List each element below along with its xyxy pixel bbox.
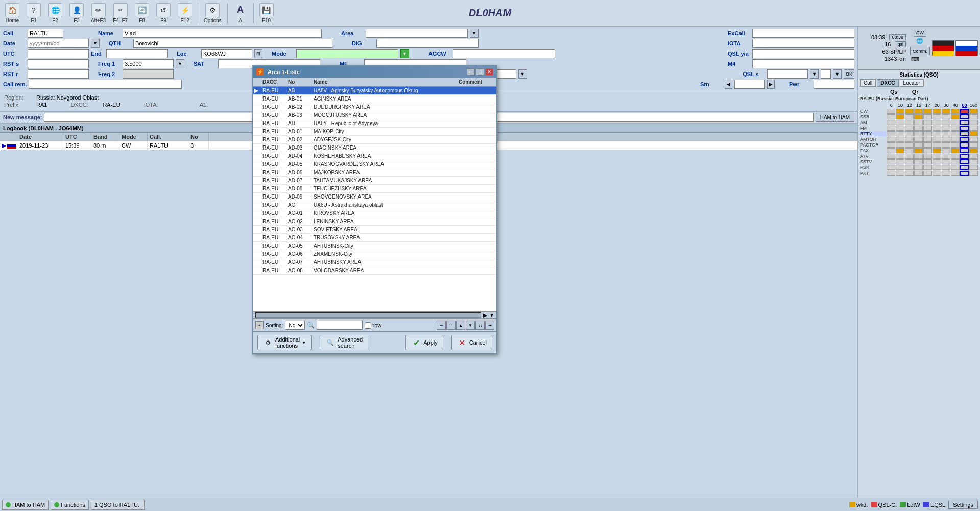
band-cell[interactable] xyxy=(951,148,960,153)
band-cell[interactable] xyxy=(905,109,914,114)
dialog-list-item[interactable]: RA-EU AO-07 AHTUBINSKY AREA xyxy=(253,258,496,266)
band-cell[interactable] xyxy=(905,120,914,125)
band-cell[interactable] xyxy=(933,126,941,131)
area-input[interactable] xyxy=(366,29,468,38)
dialog-list-item[interactable]: RA-EU AO-04 TRUSOVSKY AREA xyxy=(253,234,496,242)
band-cell[interactable] xyxy=(951,159,960,164)
menu-f9[interactable]: ↺ F9 xyxy=(153,2,174,25)
band-cell[interactable] xyxy=(923,154,932,159)
dialog-list-item[interactable]: RA-EU AO-01 KIROVSKY AREA xyxy=(253,209,496,217)
menu-f4f7[interactable]: ✑ F4_F7 xyxy=(110,2,131,25)
band-cell[interactable] xyxy=(942,154,950,159)
comm-button[interactable]: Comm. xyxy=(910,47,930,55)
dialog-list-item[interactable]: RA-EU AB-02 DUL'DURGINSKY AREA xyxy=(253,103,496,111)
stn-prev[interactable]: ◀ xyxy=(725,80,732,89)
qsls-dropdown[interactable]: ▼ xyxy=(810,69,819,79)
band-cell[interactable] xyxy=(896,165,904,170)
rsts-input[interactable] xyxy=(28,59,89,68)
iota-input[interactable] xyxy=(752,39,854,48)
band-cell[interactable] xyxy=(942,159,950,164)
band-cell[interactable] xyxy=(896,137,904,142)
band-cell[interactable] xyxy=(933,165,941,170)
dialog-list-item[interactable]: RA-EU AD-09 SHOVGENOVSKY AREA xyxy=(253,193,496,201)
band-cell[interactable] xyxy=(923,131,932,136)
band-cell[interactable] xyxy=(960,126,969,131)
band-cell[interactable] xyxy=(951,120,960,125)
band-cell[interactable] xyxy=(960,171,969,176)
band-cell[interactable] xyxy=(887,120,895,125)
band-cell[interactable] xyxy=(887,159,895,164)
band-cell[interactable] xyxy=(887,131,895,136)
band-cell[interactable] xyxy=(933,171,941,176)
band-cell[interactable] xyxy=(905,142,914,148)
band-cell[interactable] xyxy=(942,171,950,176)
band-cell[interactable] xyxy=(933,131,941,136)
band-cell[interactable] xyxy=(942,109,950,114)
band-cell[interactable] xyxy=(905,137,914,142)
band-cell[interactable] xyxy=(887,109,895,114)
dialog-list-item[interactable]: RA-EU AD-06 MAJKOPSKY AREA xyxy=(253,168,496,177)
band-cell[interactable] xyxy=(933,120,941,125)
band-cell[interactable] xyxy=(887,154,895,159)
band-cell[interactable] xyxy=(896,148,904,153)
dialog-list-item[interactable]: RA-EU AO-06 ZNAMENSK-City xyxy=(253,250,496,258)
band-cell[interactable] xyxy=(914,154,923,159)
dialog-list-item[interactable]: RA-EU AD-07 TAHTAMUKAJSKY AREA xyxy=(253,177,496,185)
qsls-r-input[interactable] xyxy=(821,69,831,79)
callrem-input[interactable] xyxy=(29,80,182,89)
band-cell[interactable] xyxy=(896,114,904,119)
band-cell[interactable] xyxy=(905,154,914,159)
band-cell[interactable] xyxy=(969,120,978,125)
qsls-input[interactable] xyxy=(767,69,808,79)
band-cell[interactable] xyxy=(914,159,923,164)
stn-input[interactable] xyxy=(734,80,765,89)
band-cell[interactable] xyxy=(933,159,941,164)
dialog-close[interactable]: ✕ xyxy=(485,68,493,76)
dialog-list-item[interactable]: RA-EU AD UA6Y - Republic of Adygeya xyxy=(253,119,496,128)
band-cell[interactable] xyxy=(933,154,941,159)
dialog-list-item[interactable]: RA-EU AD-03 GIAGINSKY AREA xyxy=(253,144,496,152)
m4-input[interactable] xyxy=(752,59,854,68)
qsl-button[interactable]: qsl xyxy=(895,41,906,47)
band-cell[interactable] xyxy=(942,137,950,142)
band-cell[interactable] xyxy=(951,126,960,131)
band-cell[interactable] xyxy=(887,148,895,153)
dialog-list-item[interactable]: RA-EU AD-04 KOSHEHABL'SKY AREA xyxy=(253,152,496,160)
band-cell[interactable] xyxy=(942,165,950,170)
add-row-btn[interactable]: + xyxy=(255,321,264,329)
menu-f3[interactable]: 👤 F3 xyxy=(66,2,87,25)
band-cell[interactable] xyxy=(951,114,960,119)
band-cell[interactable] xyxy=(896,159,904,164)
band-cell[interactable] xyxy=(923,120,932,125)
qso-info-status[interactable]: 1 QSO to RA1TU.. xyxy=(91,500,145,510)
band-cell[interactable] xyxy=(896,154,904,159)
menu-options[interactable]: ⚙ Options xyxy=(201,2,224,25)
band-cell[interactable] xyxy=(942,126,950,131)
band-cell[interactable] xyxy=(969,159,978,164)
dialog-list-item[interactable]: RA-EU AB-03 MOGOJTUJSKY AREA xyxy=(253,111,496,119)
menu-f12[interactable]: ⚡ F12 xyxy=(175,2,195,25)
band-cell[interactable] xyxy=(896,171,904,176)
band-cell[interactable] xyxy=(905,126,914,131)
band-cell[interactable] xyxy=(951,165,960,170)
mode-dropdown[interactable]: ▼ xyxy=(400,49,409,58)
nav-last[interactable]: ⇥ xyxy=(485,321,494,330)
date-picker[interactable]: ▼ xyxy=(91,39,100,48)
band-cell[interactable] xyxy=(905,131,914,136)
dialog-list-item[interactable]: RA-EU AO-08 VOLODARSKY AREA xyxy=(253,266,496,275)
band-cell[interactable] xyxy=(960,137,969,142)
band-cell[interactable] xyxy=(960,120,969,125)
band-cell[interactable] xyxy=(969,142,978,148)
functions-status[interactable]: Functions xyxy=(51,500,89,510)
band-cell[interactable] xyxy=(969,126,978,131)
band-cell[interactable] xyxy=(923,142,932,148)
band-cell[interactable] xyxy=(923,148,932,153)
nav-prev-prev[interactable]: ↑↑ xyxy=(446,321,456,330)
band-cell[interactable] xyxy=(969,114,978,119)
band-cell[interactable] xyxy=(914,109,923,114)
menu-f8[interactable]: 🔄 F8 xyxy=(132,2,152,25)
freq1-dropdown[interactable]: ▼ xyxy=(176,59,184,68)
nav-next-next[interactable]: ↓↓ xyxy=(475,321,485,330)
area-dropdown[interactable]: ▼ xyxy=(470,29,479,38)
band-cell[interactable] xyxy=(887,114,895,119)
